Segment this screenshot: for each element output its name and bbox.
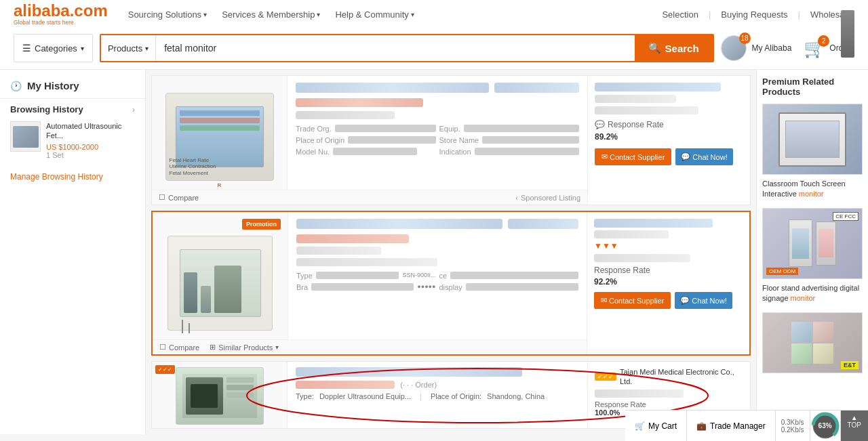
logo-text: alibaba.com <box>14 3 108 19</box>
search-icon: 🔍 <box>648 42 661 54</box>
product-3-supplier-badge: ✓✓✓ <box>155 365 175 374</box>
product-1-contact-btn[interactable]: ✉ Contact Supplier <box>595 148 671 165</box>
trade-manager-button[interactable]: 💼 Trade Manager <box>687 411 776 434</box>
cart-icon-bottom: 🛒 <box>635 421 645 431</box>
product-3-supplier-name: Taian Medi Medical Electronic Co., Ltd. <box>620 367 743 387</box>
product-3-response-rate: Response Rate <box>595 400 743 408</box>
top-link-selection[interactable]: Selection <box>662 9 698 20</box>
product-2-compare[interactable]: ☐ Compare <box>159 343 199 352</box>
manage-browsing-history[interactable]: Manage Browsing History <box>10 172 103 182</box>
browsing-history-toggle[interactable]: Browsing History › <box>10 104 135 114</box>
envelope-icon: ✉ <box>601 152 608 161</box>
product-1-chat-btn[interactable]: 💬 Chat Now! <box>675 148 732 165</box>
my-alibaba-label: My Alibaba <box>752 43 792 53</box>
top-button[interactable]: ▲ TOP <box>841 411 868 434</box>
premium-item-2-image: CE FCC OEM ODM <box>762 208 863 279</box>
my-history-header: 🕐 My History <box>0 73 145 98</box>
bottom-bar: 🛒 My Cart 💼 Trade Manager 0.3Kb/s 0.2Kb/… <box>625 410 868 434</box>
premium-related-title: Premium Related Products <box>762 77 863 97</box>
chat-icon-2: 💬 <box>680 296 690 305</box>
premium-item-2-desc: Floor stand advertising digital signage … <box>762 283 863 304</box>
clock-icon: 🕐 <box>10 81 22 91</box>
pct-circle-container: 63% <box>810 411 841 434</box>
logo[interactable]: alibaba.com Global trade starts here. <box>14 3 108 26</box>
my-history-label: My History <box>27 80 79 91</box>
nav-help[interactable]: Help & Community ▾ <box>328 9 420 20</box>
categories-button[interactable]: ☰ Categories ▾ <box>14 34 93 62</box>
premium-item-3-image: E&T <box>762 312 863 373</box>
main-nav: Sourcing Solutions ▾ Services & Membersh… <box>121 9 421 20</box>
product-2-chat-btn[interactable]: 💬 Chat Now! <box>675 292 732 309</box>
search-category-label: Products <box>108 43 142 54</box>
history-item-title: Automated Ultrasounic Fet... <box>46 121 135 141</box>
product-2-contact-btn[interactable]: ✉ Contact Supplier <box>594 292 671 309</box>
product-3-type-label: Type: <box>296 392 314 400</box>
compare-checkbox-icon-2: ☐ <box>159 343 166 352</box>
product-3-image-area: ✓✓✓ <box>152 362 288 429</box>
product-1-image-area: Fetal Heart Rate Uterine Contraction Fet… <box>152 76 288 205</box>
nav-services[interactable]: Services & Membership ▾ <box>215 9 327 20</box>
similar-icon: ⊞ <box>210 343 216 352</box>
premium-item-2[interactable]: CE FCC OEM ODM Floor stand advertising d… <box>762 208 863 304</box>
product-card-2: Promotion cnsunbright.en.alibaba.com Typ… <box>151 211 751 356</box>
history-item-unit: 1 Set <box>46 151 135 159</box>
sponsored-arrow-icon: ‹ <box>515 194 518 202</box>
product-list: Fetal Heart Rate Uterine Contraction Fet… <box>146 70 756 434</box>
chevron-right-icon: › <box>132 105 135 114</box>
product-2-response-val: 92.2% <box>594 277 743 287</box>
chevron-down-icon-2: ▾ <box>275 343 279 351</box>
nav-sourcing[interactable]: Sourcing Solutions ▾ <box>121 9 214 20</box>
my-alibaba-badge: 18 <box>739 33 751 44</box>
premium-item-3[interactable]: E&T <box>762 312 863 373</box>
product-card-1: Fetal Heart Rate Uterine Contraction Fet… <box>151 75 751 205</box>
my-cart-button[interactable]: 🛒 My Cart <box>625 411 687 434</box>
response-icon: 💬 <box>595 120 605 129</box>
product-1-compare[interactable]: ☐ Compare <box>159 193 199 202</box>
history-item[interactable]: Automated Ultrasounic Fet... US $1000-20… <box>10 121 135 159</box>
product-1-bottom: ☐ Compare ‹ Sponsored Listing <box>152 190 587 205</box>
search-input[interactable] <box>156 35 634 61</box>
top-link-buying[interactable]: Buying Requests <box>721 9 787 20</box>
product-2-supplier-area: ▼▼▼ Response Rate 92.2% ✉ Contact Suppli… <box>587 212 749 354</box>
trade-icon: 💼 <box>696 421 707 431</box>
browsing-history-label: Browsing History <box>10 104 83 114</box>
logo-tagline: Global trade starts here. <box>14 19 108 26</box>
sponsored-label: ‹ Sponsored Listing <box>515 194 580 202</box>
product-3-verified-badge: ✓✓✓ <box>595 373 616 381</box>
product-3-type-val: Doppler Ultrasound Equip... <box>319 392 411 400</box>
premium-item-1[interactable]: Classroom Touch Screen Interactive monit… <box>762 104 863 200</box>
product-3-origin-val: Shandong, China <box>487 392 545 400</box>
search-category-dropdown[interactable]: Products ▾ <box>101 35 156 61</box>
right-panel: Premium Related Products Classroom Touch… <box>756 70 868 434</box>
product-2-image-area: Promotion cnsunbright.en.alibaba.com <box>153 212 288 354</box>
speed-indicator: 0.3Kb/s 0.2Kb/s <box>776 411 810 434</box>
product-1-response-rate: 💬 Response Rate <box>595 120 743 129</box>
search-button[interactable]: 🔍 Search <box>635 35 713 61</box>
history-item-thumbnail <box>10 121 41 152</box>
chevron-down-icon: ▾ <box>81 45 84 52</box>
orders-badge: 2 <box>818 35 829 47</box>
hamburger-icon: ☰ <box>22 43 31 54</box>
sidebar: 🕐 My History Browsing History › Automate… <box>0 70 146 434</box>
product-1-supplier-area: 💬 Response Rate 89.2% ✉ Contact Supplier… <box>587 76 750 205</box>
chat-icon: 💬 <box>681 152 690 161</box>
product-2-response-rate: Response Rate <box>594 266 743 275</box>
categories-label: Categories <box>35 43 77 54</box>
my-alibaba-button[interactable]: 18 My Alibaba <box>721 35 792 61</box>
product-3-origin-label: Place of Origin: <box>431 392 481 400</box>
premium-item-1-image <box>762 104 863 175</box>
premium-item-1-desc: Classroom Touch Screen Interactive monit… <box>762 179 863 200</box>
compare-checkbox-icon: ☐ <box>159 193 165 202</box>
product-2-similar[interactable]: ⊞ Similar Products ▾ <box>210 343 279 352</box>
history-item-price: US $1000-2000 <box>46 143 135 151</box>
product-2-bottom: ☐ Compare ⊞ Similar Products ▾ <box>153 339 587 354</box>
envelope-icon-2: ✉ <box>601 296 607 305</box>
product-2-promo-badge: Promotion <box>242 219 281 230</box>
up-arrow-icon: ▲ <box>851 414 858 421</box>
chevron-down-icon: ▾ <box>145 45 149 52</box>
product-1-response-val: 89.2% <box>595 132 743 142</box>
